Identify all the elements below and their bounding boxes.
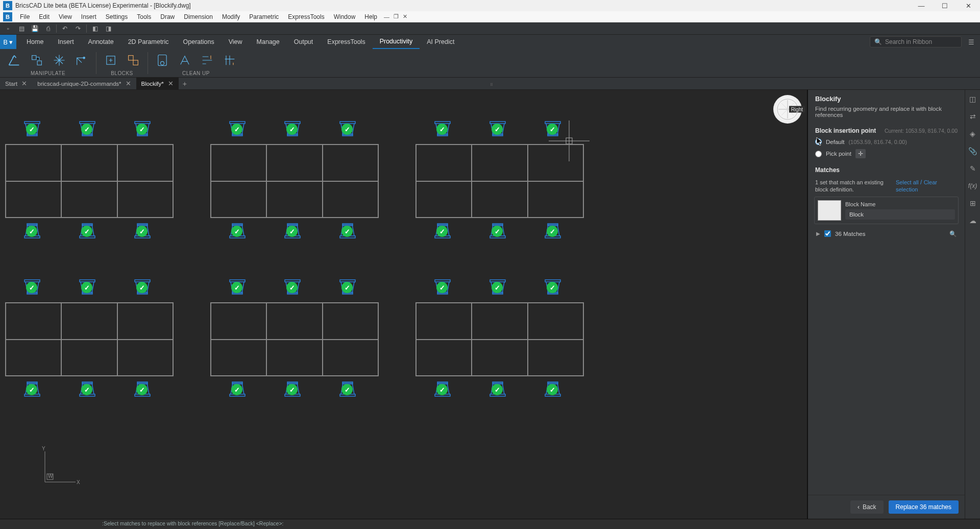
qat-new-icon[interactable]: ▫ <box>3 24 13 33</box>
cleanup-icon-1[interactable] <box>155 53 169 67</box>
side-tool-attach-icon[interactable]: 📎 <box>968 146 978 156</box>
chair-block[interactable]: ✓ <box>489 223 506 239</box>
menu-file[interactable]: File <box>15 11 34 22</box>
chair-block[interactable]: ✓ <box>489 381 506 397</box>
chair-block[interactable]: ✓ <box>79 279 96 295</box>
ribbon-tab-expresstools[interactable]: ExpressTools <box>320 35 372 49</box>
chair-block[interactable]: ✓ <box>339 223 356 239</box>
doc-tab-start[interactable]: Start✕ <box>0 78 32 90</box>
viewcube-face-label[interactable]: Right <box>789 106 805 113</box>
radio-pick-point[interactable]: Pick point ✛ <box>808 147 965 160</box>
window-close-button[interactable]: ✕ <box>957 0 980 11</box>
chair-block[interactable]: ✓ <box>284 279 301 295</box>
chair-block[interactable]: ✓ <box>544 279 561 295</box>
ribbon-tab-productivity[interactable]: Productivity <box>373 35 420 49</box>
mdi-close[interactable]: ✕ <box>401 13 409 20</box>
menu-draw[interactable]: Draw <box>156 11 179 22</box>
cleanup-icon-4[interactable] <box>223 53 237 67</box>
chair-block[interactable]: ✓ <box>434 279 451 295</box>
chair-block[interactable]: ✓ <box>79 121 96 137</box>
chair-block[interactable]: ✓ <box>229 223 246 239</box>
qat-redo-icon[interactable]: ↷ <box>73 24 83 33</box>
chair-block[interactable]: ✓ <box>134 381 151 397</box>
doc-tab-blockify[interactable]: Blockify*✕ <box>136 78 179 90</box>
side-tool-layers-icon[interactable]: ◈ <box>968 129 978 139</box>
close-icon[interactable]: ✕ <box>126 80 131 87</box>
doc-tab-unique[interactable]: bricscad-unique-2D-commands*✕ <box>32 78 136 90</box>
cleanup-icon-3[interactable] <box>200 53 214 67</box>
manipulate-icon-3[interactable] <box>52 53 66 67</box>
manipulate-icon-1[interactable] <box>7 53 21 67</box>
ribbon-tab-output[interactable]: Output <box>287 35 321 49</box>
chair-block[interactable]: ✓ <box>544 223 561 239</box>
ribbon-settings-icon[interactable]: ☰ <box>966 36 977 47</box>
ribbon-tab-ai-predict[interactable]: AI Predict <box>420 35 461 49</box>
menu-parametric[interactable]: Parametric <box>244 11 283 22</box>
chair-block[interactable]: ✓ <box>434 223 451 239</box>
drag-grip-icon[interactable]: ⠿ <box>490 83 494 87</box>
qat-ai-icon[interactable]: ◧ <box>90 24 100 33</box>
zoom-match-icon[interactable]: 🔍 <box>949 230 957 237</box>
viewcube[interactable]: Right <box>773 95 802 124</box>
mdi-minimize[interactable]: ― <box>382 14 391 20</box>
window-maximize-button[interactable]: ☐ <box>933 0 957 11</box>
search-ribbon[interactable]: 🔍 Search in Ribbon <box>870 36 962 47</box>
qat-extra-icon[interactable]: ◨ <box>103 24 113 33</box>
menu-dimension[interactable]: Dimension <box>179 11 217 22</box>
select-all-link[interactable]: Select all <box>896 179 919 185</box>
qat-print-icon[interactable]: ⎙ <box>43 24 53 33</box>
chair-block[interactable]: ✓ <box>79 223 96 239</box>
chair-block[interactable]: ✓ <box>23 121 41 137</box>
chair-block[interactable]: ✓ <box>284 381 301 397</box>
block-name-input[interactable] <box>845 209 955 220</box>
chair-block[interactable]: ✓ <box>489 121 506 137</box>
chair-block[interactable]: ✓ <box>339 381 356 397</box>
chair-block[interactable]: ✓ <box>23 381 41 397</box>
manipulate-icon-2[interactable] <box>30 53 44 67</box>
close-icon[interactable]: ✕ <box>21 80 27 87</box>
qat-save-icon[interactable]: 💾 <box>30 24 40 33</box>
chair-block[interactable]: ✓ <box>544 121 561 137</box>
menu-modify[interactable]: Modify <box>217 11 244 22</box>
side-tool-edit-icon[interactable]: ✎ <box>968 163 978 174</box>
window-minimize-button[interactable]: ― <box>910 0 933 11</box>
menu-insert[interactable]: Insert <box>77 11 101 22</box>
menu-help[interactable]: Help <box>360 11 382 22</box>
radio-pick-input[interactable] <box>815 151 822 157</box>
menu-view[interactable]: View <box>54 11 77 22</box>
chair-block[interactable]: ✓ <box>229 381 246 397</box>
command-line[interactable]: :Select matches to replace with block re… <box>0 519 980 529</box>
manipulate-icon-4[interactable] <box>75 53 89 67</box>
back-button[interactable]: ‹Back <box>850 500 884 514</box>
blocks-icon-1[interactable] <box>104 53 118 67</box>
chair-block[interactable]: ✓ <box>229 279 246 295</box>
chair-block[interactable]: ✓ <box>23 279 41 295</box>
side-tool-cloud-icon[interactable]: ☁ <box>968 215 978 226</box>
chair-block[interactable]: ✓ <box>134 279 151 295</box>
add-tab-button[interactable]: + <box>179 80 191 88</box>
side-tool-structure-icon[interactable]: ⊞ <box>968 198 978 208</box>
ribbon-tab-manage[interactable]: Manage <box>250 35 287 49</box>
side-tool-1-icon[interactable]: ◫ <box>968 94 978 104</box>
ribbon-tab-insert[interactable]: Insert <box>51 35 81 49</box>
chair-block[interactable]: ✓ <box>339 279 356 295</box>
app-menu-button[interactable]: B ▾ <box>0 35 16 49</box>
chair-block[interactable]: ✓ <box>434 381 451 397</box>
menu-window[interactable]: Window <box>329 11 360 22</box>
mdi-restore[interactable]: ❐ <box>391 13 401 20</box>
chair-block[interactable]: ✓ <box>284 121 301 137</box>
chair-block[interactable]: ✓ <box>434 121 451 137</box>
chair-block[interactable]: ✓ <box>339 121 356 137</box>
cleanup-icon-2[interactable] <box>178 53 192 67</box>
ribbon-tab-annotate[interactable]: Annotate <box>81 35 121 49</box>
chair-block[interactable]: ✓ <box>23 223 41 239</box>
menu-expresstools[interactable]: ExpressTools <box>283 11 329 22</box>
qat-undo-icon[interactable]: ↶ <box>60 24 70 33</box>
ribbon-tab-view[interactable]: View <box>222 35 250 49</box>
drawing-canvas[interactable]: Right YXW ✓✓✓✓✓✓✓✓✓✓✓✓✓✓✓✓✓✓✓✓✓✓✓✓✓✓✓✓✓✓… <box>0 90 807 519</box>
radio-default[interactable]: Default (1053.59, 816.74, 0.00) <box>808 136 965 147</box>
close-icon[interactable]: ✕ <box>168 80 174 87</box>
chevron-right-icon[interactable]: ▶ <box>816 231 820 236</box>
ribbon-tab-home[interactable]: Home <box>19 35 51 49</box>
chair-block[interactable]: ✓ <box>229 121 246 137</box>
